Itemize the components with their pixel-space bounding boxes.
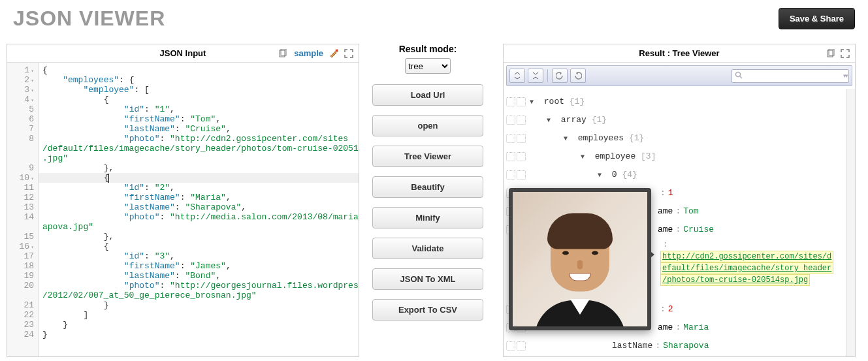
search-dropdown-icon[interactable]: ▾▾ [843,72,847,79]
leaf2-id-val: 2 [668,304,673,314]
search-icon [735,71,743,81]
beautify-button[interactable]: Beautify [372,176,483,198]
photo-url-line1[interactable]: http://cdn2.gossipcenter.com/sites/d [660,251,833,262]
tree-toolbar: ▾▾ [506,65,852,86]
undo-icon[interactable] [552,69,568,83]
code-editor[interactable]: 123456789101112131415161718192021222324 … [7,63,359,356]
tree-body: ▼ root {1}▼ array {1}▼ employees {1}▼ em… [504,89,855,356]
photo-preview-tooltip [509,188,651,330]
svg-point-4 [736,72,741,76]
sample-link[interactable]: sample [294,48,323,58]
tree-node-root[interactable]: ▼ root {1} [506,93,852,111]
leaf2-ln-val: Sharapova [663,341,709,351]
leaf-ln-key-partial: ame [658,225,673,234]
controls-panel: Result mode: tree Load UrlopenTree Viewe… [359,44,496,357]
save-share-button[interactable]: Save & Share [779,8,855,29]
tree-search-input[interactable] [745,71,843,80]
leaf2-fn-key-partial: ame [658,322,673,332]
expand-all-icon[interactable] [509,69,525,83]
result-mode-select[interactable]: tree [405,58,451,74]
tree-node-array[interactable]: ▼ array {1} [506,111,852,129]
photo-url-line2[interactable]: efault/files/imagecache/story_header [660,262,833,274]
leaf2-fn-val: Maria [683,322,709,332]
collapse-all-icon[interactable] [528,69,543,83]
result-mode-label: Result mode: [372,44,483,54]
leaf-ln-val: Cruise [683,225,714,234]
json-input-panel: JSON Input sample 1234567891011121314151… [7,44,359,357]
tooltip-pointer-icon [648,249,654,260]
result-panel-title: Result : Tree Viewer [639,48,719,58]
export-to-csv-button[interactable]: Export To CSV [372,299,483,321]
leaf-photo[interactable]: : http://cdn2.gossipcenter.com/sites/d e… [660,239,837,286]
json-to-xml-button[interactable]: JSON To XML [372,268,483,290]
copy-result-icon[interactable] [825,48,837,59]
input-panel-title: JSON Input [160,48,206,58]
clear-icon[interactable] [329,48,340,59]
tree-node-employee[interactable]: ▼ employee [3] [506,148,852,166]
leaf2-ln-key: lastName [612,341,652,351]
validate-button[interactable]: Validate [372,238,483,259]
leaf-id-val: 1 [668,188,673,198]
leaf-fn-val: Tom [683,206,698,216]
tree-viewer-button[interactable]: Tree Viewer [372,146,483,167]
tree-node-employees[interactable]: ▼ employees {1} [506,129,852,148]
redo-icon[interactable] [570,69,586,83]
tree-node-0[interactable]: ▼ 0 {4} [506,166,852,184]
leaf-fn-key-partial: ame [658,206,673,216]
scrollbar[interactable] [846,89,855,356]
app-title: JSON VIEWER [13,7,165,31]
result-panel: Result : Tree Viewer ▾▾ [503,44,856,357]
minify-button[interactable]: Minify [372,207,483,228]
photo-url-line3[interactable]: /photos/tom-cruise-020514sp.jpg [660,274,810,286]
fullscreen-result-icon[interactable] [839,48,851,59]
tree-search[interactable]: ▾▾ [731,69,849,83]
copy-icon[interactable] [277,48,289,59]
open-button[interactable]: open [372,115,483,136]
load-url-button[interactable]: Load Url [372,84,483,106]
fullscreen-icon[interactable] [343,48,355,59]
